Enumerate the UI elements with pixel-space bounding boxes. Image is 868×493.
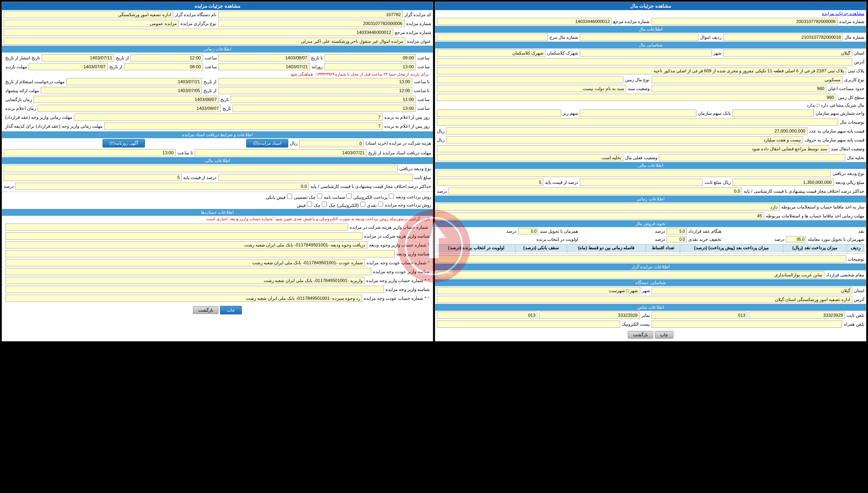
- onvan-input[interactable]: [4, 38, 405, 45]
- hesab-3-input[interactable]: [5, 241, 367, 249]
- sanad-input[interactable]: [437, 85, 626, 92]
- asnad-btn[interactable]: اسناد مزایده(0): [246, 139, 288, 147]
- agahi-btn[interactable]: آگهی روزنامه(۲): [103, 139, 145, 147]
- erae-to-sa[interactable]: [218, 87, 412, 94]
- vaziyat-input[interactable]: [4, 165, 398, 172]
- mohlat-input[interactable]: [437, 212, 764, 219]
- breadcrumb-link[interactable]: مشاهده جزئیات مزایده: [822, 11, 864, 16]
- bazazgoshaii-date[interactable]: [34, 96, 219, 103]
- mohlat-vg-input[interactable]: [104, 122, 383, 130]
- qimat2-input[interactable]: [446, 136, 803, 143]
- karbri-input[interactable]: [652, 76, 843, 83]
- masahat-input[interactable]: [652, 85, 826, 92]
- sabat-input[interactable]: [580, 179, 702, 186]
- fax-code-input[interactable]: [437, 312, 537, 319]
- vazed-input[interactable]: [732, 110, 814, 117]
- auction-ref-input[interactable]: [437, 18, 612, 25]
- fax-input[interactable]: [539, 312, 639, 319]
- hesab-2-input[interactable]: [5, 232, 363, 240]
- mal-num-input[interactable]: [723, 34, 843, 41]
- hesab-6-input[interactable]: [5, 268, 371, 275]
- vazeat-input[interactable]: [437, 145, 829, 152]
- mal-row-input[interactable]: [580, 34, 698, 41]
- mohlat-g-input[interactable]: [74, 114, 383, 121]
- shmareh-mrj-input[interactable]: [4, 29, 393, 36]
- horiynat-input[interactable]: [299, 140, 364, 147]
- right-back-btn[interactable]: بازگشت: [193, 306, 218, 314]
- right-sabt-input[interactable]: [218, 174, 413, 181]
- email-input[interactable]: [437, 320, 620, 328]
- hesab-1-input[interactable]: [5, 223, 348, 231]
- darsad-input[interactable]: [437, 179, 543, 186]
- tahvil-input[interactable]: [518, 228, 538, 234]
- mohlat-from-date[interactable]: [29, 63, 108, 70]
- khrid-input[interactable]: [667, 236, 687, 242]
- arziyabi-to-sa[interactable]: [218, 78, 412, 85]
- right-print-btn[interactable]: چاپ: [220, 306, 242, 314]
- bazazgoshaii-sa[interactable]: [231, 96, 416, 103]
- payment2-naghd[interactable]: نقدی: [367, 202, 383, 208]
- payment2-chek2[interactable]: چک: [314, 202, 327, 208]
- left-back-btn[interactable]: بازگشت: [628, 331, 653, 339]
- takhliyeh-input[interactable]: [659, 154, 845, 161]
- qimat-input[interactable]: [446, 127, 807, 135]
- enteshar-from-sa[interactable]: [130, 54, 203, 61]
- nomal-input[interactable]: [437, 76, 623, 83]
- enteshar-to-sa[interactable]: [325, 54, 416, 61]
- payment2-fish[interactable]: فیش: [297, 202, 312, 208]
- moamehleh-input[interactable]: [786, 236, 806, 242]
- hesab-input[interactable]: [437, 203, 780, 211]
- payment-fish[interactable]: فیش بانکی: [266, 194, 292, 200]
- arziyabi-from-date[interactable]: [66, 78, 202, 85]
- hesab-7-input[interactable]: [5, 277, 365, 284]
- kod-input[interactable]: [218, 11, 403, 18]
- tel-input[interactable]: [749, 312, 845, 319]
- ostan2-input[interactable]: [652, 287, 853, 294]
- enteshar-from-date[interactable]: [42, 54, 114, 61]
- payment2-chek[interactable]: (الکترونیکی) چک: [329, 202, 365, 208]
- hesab-8-input[interactable]: [5, 286, 384, 293]
- adrs-input[interactable]: [437, 58, 852, 65]
- mohlat-asnad-sa[interactable]: [4, 149, 176, 156]
- auction-num-input[interactable]: [652, 18, 838, 25]
- payment-electronic[interactable]: پرداخت الکترونیکی: [353, 194, 394, 200]
- tel-code-input[interactable]: [652, 312, 748, 319]
- mablagh-input[interactable]: [732, 179, 834, 186]
- shahrk-input[interactable]: [437, 49, 545, 57]
- right-darsad-input[interactable]: [4, 174, 182, 181]
- ekhtelaf-input[interactable]: [449, 188, 742, 195]
- name-input[interactable]: [4, 11, 173, 18]
- shmareh-input[interactable]: [218, 20, 405, 27]
- mohlat-asnad-from[interactable]: [195, 149, 367, 156]
- mohlat-to-date[interactable]: [218, 63, 310, 70]
- mal-ref-input[interactable]: [437, 34, 548, 41]
- hesab-9-input[interactable]: [5, 295, 362, 302]
- tel-h-input[interactable]: [652, 320, 842, 328]
- plak-input[interactable]: [437, 67, 846, 74]
- ealam-sa[interactable]: [233, 105, 416, 112]
- shahr2-input[interactable]: [437, 287, 640, 294]
- left-print-btn[interactable]: چاپ: [655, 331, 673, 339]
- erae-from-date[interactable]: [41, 87, 202, 94]
- sath-input[interactable]: [437, 94, 836, 101]
- takhliyeh-input2[interactable]: [437, 154, 623, 161]
- moghm-input[interactable]: [437, 271, 824, 278]
- mohlat-to-sa[interactable]: [324, 63, 416, 70]
- sahm-riz-input[interactable]: [437, 110, 561, 117]
- ostan-input[interactable]: [723, 49, 852, 57]
- payment-zmanat[interactable]: ضمانت نامه: [324, 194, 352, 200]
- hesab-4-input[interactable]: [5, 250, 395, 257]
- tozih-input[interactable]: [437, 255, 846, 263]
- ealam-date[interactable]: [38, 105, 221, 112]
- vadiyeh-input[interactable]: [437, 170, 831, 177]
- tawzih-input[interactable]: [437, 118, 838, 126]
- payment-chek[interactable]: چک تضمینی: [294, 194, 322, 200]
- adrs2-input[interactable]: [437, 296, 852, 303]
- mohlat-from-sa[interactable]: [124, 63, 203, 70]
- shahr-input[interactable]: [580, 49, 711, 57]
- noebargozari-input[interactable]: [4, 20, 179, 27]
- sahm-sazmn-input[interactable]: [580, 110, 696, 117]
- hesab-5-input[interactable]: [5, 259, 365, 266]
- oghd-input[interactable]: [667, 228, 687, 234]
- right-ekhtelaf-input[interactable]: [15, 183, 309, 190]
